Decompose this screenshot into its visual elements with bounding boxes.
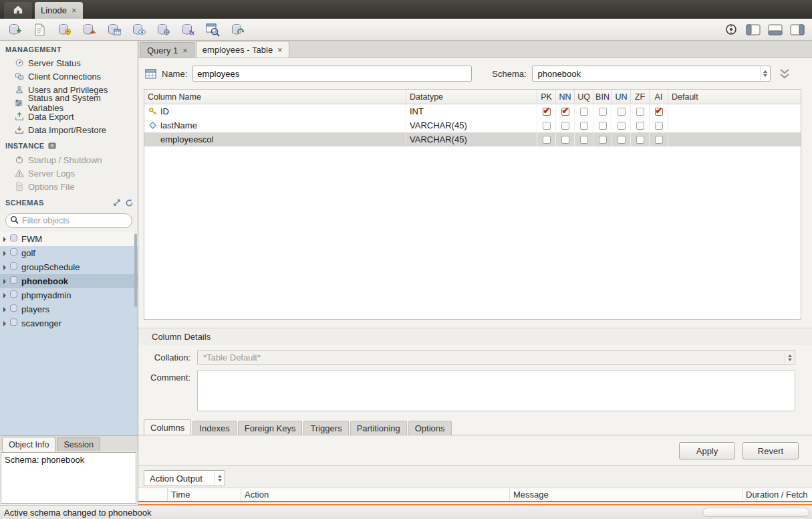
sidebar-item-client-connections[interactable]: Client Connections — [0, 70, 138, 83]
create-view-icon[interactable] — [130, 21, 146, 37]
expander-triangle-icon[interactable] — [3, 321, 6, 326]
schema-item-phpmyadmin[interactable]: phpmyadmin — [0, 288, 138, 302]
expander-triangle-icon[interactable] — [3, 307, 6, 312]
flag-checkbox-zf[interactable] — [636, 122, 644, 130]
flag-checkbox-ai[interactable] — [655, 136, 663, 144]
sidebar-item-startup-shutdown[interactable]: Startup / Shutdown — [0, 153, 138, 167]
cell-default[interactable] — [668, 118, 801, 132]
flag-checkbox-uq[interactable] — [580, 108, 588, 116]
new-connection-icon[interactable] — [7, 21, 23, 37]
expand-panel-icon[interactable] — [112, 198, 122, 207]
tab-employees-table[interactable]: employees - Table × — [196, 41, 289, 58]
sidebar-item-status-and-system-variables[interactable]: Status and System Variables — [0, 96, 138, 110]
search-table-data-icon[interactable] — [205, 21, 221, 37]
column-row-lastname[interactable]: lastNameVARCHAR(45) — [144, 118, 801, 132]
tab-session[interactable]: Session — [57, 437, 100, 451]
flag-checkbox-un[interactable] — [618, 108, 626, 116]
schema-item-groupschedule[interactable]: groupSchedule — [0, 260, 138, 274]
editor-tab-columns[interactable]: Columns — [144, 419, 191, 435]
collation-dropdown[interactable]: *Table Default* — [197, 350, 795, 365]
create-procedure-icon[interactable] — [155, 21, 171, 37]
schema-list-scrollbar[interactable] — [134, 233, 137, 307]
close-icon[interactable]: × — [277, 45, 283, 54]
schema-item-scavenger[interactable]: scavenger — [0, 316, 138, 330]
sidebar-item-server-status[interactable]: Server Status — [0, 56, 138, 70]
editor-tab-options[interactable]: Options — [408, 421, 452, 435]
create-table-icon[interactable] — [106, 21, 122, 37]
editor-tab-triggers[interactable]: Triggers — [303, 421, 348, 435]
collapse-header-button[interactable] — [775, 66, 795, 81]
cell-datatype[interactable]: VARCHAR(45) — [406, 118, 537, 132]
flag-checkbox-ai[interactable] — [655, 122, 663, 130]
cell-default[interactable] — [668, 132, 801, 146]
home-tab[interactable] — [4, 2, 32, 19]
flag-checkbox-nn[interactable] — [561, 122, 569, 130]
sidebar-item-data-import-restore[interactable]: Data Import/Restore — [0, 123, 138, 136]
cell-column-name[interactable]: employeescol — [144, 132, 406, 146]
revert-button[interactable]: Revert — [742, 442, 799, 459]
toggle-left-panel-icon[interactable] — [745, 21, 761, 37]
apply-button[interactable]: Apply — [679, 442, 735, 459]
flag-checkbox-un[interactable] — [618, 122, 626, 130]
expander-triangle-icon[interactable] — [3, 265, 6, 270]
refresh-icon[interactable] — [124, 198, 134, 207]
flag-checkbox-nn[interactable] — [561, 136, 569, 144]
cell-column-name[interactable]: ID — [144, 104, 406, 118]
column-row-id[interactable]: IDINT — [144, 104, 801, 118]
connection-tab[interactable]: Linode × — [35, 2, 83, 19]
flag-checkbox-zf[interactable] — [636, 136, 644, 144]
expander-triangle-icon[interactable] — [3, 293, 6, 298]
sidebar-item-label: Data Export — [28, 112, 74, 122]
close-icon[interactable]: × — [182, 46, 188, 55]
toggle-right-panel-icon[interactable] — [789, 21, 805, 37]
schema-item-golf[interactable]: golf — [0, 246, 138, 260]
schemas-section-header: SCHEMAS — [0, 193, 138, 210]
column-row-employeescol[interactable]: employeescolVARCHAR(45) — [144, 132, 801, 146]
flag-checkbox-nn[interactable] — [561, 108, 569, 116]
schema-dropdown[interactable]: phonebook — [532, 66, 771, 82]
tab-query-1[interactable]: Query 1 × — [140, 42, 194, 58]
cell-datatype[interactable]: INT — [406, 104, 537, 118]
tab-object-info[interactable]: Object Info — [2, 437, 55, 451]
flag-checkbox-pk[interactable] — [543, 122, 551, 130]
toggle-bottom-panel-icon[interactable] — [767, 21, 783, 37]
reconnect-db-icon[interactable] — [229, 21, 245, 37]
connection-info-icon[interactable] — [723, 21, 739, 37]
expander-triangle-icon[interactable] — [3, 279, 6, 284]
flag-checkbox-uq[interactable] — [580, 136, 588, 144]
flag-checkbox-zf[interactable] — [636, 108, 644, 116]
flag-checkbox-bin[interactable] — [599, 136, 607, 144]
sidebar-item-server-logs[interactable]: Server Logs — [0, 167, 138, 180]
editor-bottom-tabbar: ColumnsIndexesForeign KeysTriggersPartit… — [138, 419, 812, 435]
expander-triangle-icon[interactable] — [3, 237, 6, 242]
editor-tab-foreign-keys[interactable]: Foreign Keys — [238, 421, 303, 435]
editor-tab-partitioning[interactable]: Partitioning — [350, 421, 407, 435]
create-function-icon[interactable]: fx — [180, 21, 196, 37]
flag-checkbox-bin[interactable] — [599, 122, 607, 130]
editor-tab-indexes[interactable]: Indexes — [192, 421, 237, 435]
flag-checkbox-uq[interactable] — [580, 122, 588, 130]
flag-checkbox-pk[interactable] — [543, 108, 551, 116]
create-schema-icon[interactable] — [56, 21, 72, 37]
sidebar-item-options-file[interactable]: Options File — [0, 180, 138, 193]
cell-default[interactable] — [668, 104, 801, 118]
schema-item-fwm[interactable]: FWM — [0, 232, 138, 246]
comment-textarea[interactable] — [197, 370, 795, 411]
filter-objects-input[interactable] — [22, 216, 130, 225]
flag-checkbox-ai[interactable] — [655, 108, 663, 116]
flag-checkbox-un[interactable] — [618, 136, 626, 144]
table-name-input[interactable] — [192, 66, 472, 82]
schema-item-phonebook[interactable]: phonebook — [0, 274, 138, 288]
schema-item-players[interactable]: players — [0, 302, 138, 316]
close-icon[interactable]: × — [72, 6, 77, 15]
open-script-icon[interactable] — [31, 21, 47, 37]
cell-datatype[interactable]: VARCHAR(45) — [406, 132, 537, 146]
output-type-dropdown[interactable]: Action Output — [144, 470, 225, 486]
horizontal-scrollbar[interactable] — [702, 508, 809, 517]
flag-checkbox-bin[interactable] — [599, 108, 607, 116]
cell-flag-uq — [575, 118, 593, 132]
cell-column-name[interactable]: lastName — [144, 118, 406, 132]
flag-checkbox-pk[interactable] — [543, 136, 551, 144]
dump-schema-icon[interactable] — [81, 21, 97, 37]
expander-triangle-icon[interactable] — [3, 251, 6, 256]
